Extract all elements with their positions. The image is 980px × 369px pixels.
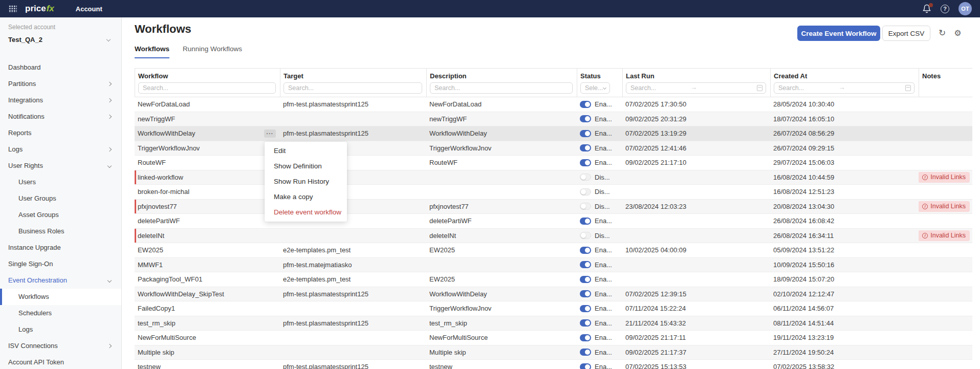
filter-last-run[interactable]	[626, 82, 766, 94]
menu-item-show-run-history[interactable]: Show Run History	[265, 174, 347, 189]
filter-created-at[interactable]	[774, 82, 914, 94]
sidebar-item-event-orchestration[interactable]: Event Orchestration	[0, 272, 121, 289]
table-row[interactable]: linked-workflowDis...16/08/2024 10:44:59…	[135, 170, 972, 185]
calendar-icon[interactable]	[757, 85, 763, 91]
sidebar-item-account-api-token[interactable]: Account API Token	[0, 354, 121, 369]
table-row[interactable]: deletePartiWFdeletePartiWFEna...26/08/20…	[135, 214, 972, 229]
sidebar-item-label: Single Sign-On	[8, 260, 53, 268]
sidebar-item-logs[interactable]: Logs	[0, 141, 121, 158]
sidebar-item-users[interactable]: Users	[0, 174, 121, 190]
tab-running-workflows[interactable]: Running Workflows	[183, 45, 242, 58]
calendar-icon[interactable]	[905, 85, 911, 91]
table-row[interactable]: EW2025e2e-templates.pm_testEW2025Ena...1…	[135, 243, 972, 258]
sidebar-item-isv-connections[interactable]: ISV Connections	[0, 338, 121, 354]
status-toggle[interactable]	[580, 290, 591, 297]
sidebar-item-schedulers[interactable]: Schedulers	[0, 305, 121, 321]
table-row[interactable]: test_rm_skippfm-test.plasmatestsprint125…	[135, 316, 972, 331]
column-label: Description	[430, 72, 573, 80]
sidebar-item-instance-upgrade[interactable]: Instance Upgrade	[0, 240, 121, 256]
menu-item-edit[interactable]: Edit	[265, 143, 347, 159]
cell-last-run	[622, 272, 770, 287]
status-toggle[interactable]	[580, 261, 591, 268]
topbar-account-menu[interactable]: Account	[76, 5, 102, 13]
menu-item-show-definition[interactable]: Show Definition	[265, 159, 347, 174]
status-toggle[interactable]	[580, 247, 591, 254]
sidebar-item-integrations[interactable]: Integrations	[0, 92, 121, 108]
sidebar-item-dashboard[interactable]: Dashboard	[0, 59, 121, 76]
settings-gear-icon[interactable]	[954, 26, 961, 41]
menu-item-delete-event-workflow[interactable]: Delete event workflow	[265, 205, 347, 220]
table-row[interactable]: pfxjnovtest77pfxjnovtest77Dis...23/08/20…	[135, 200, 972, 214]
status-toggle[interactable]	[580, 130, 591, 137]
menu-item-make-a-copy[interactable]: Make a copy	[265, 189, 347, 205]
notifications-bell-icon[interactable]	[922, 4, 931, 13]
table-row[interactable]: WorkflowWithDelaypfm-test.plasmatestspri…	[135, 126, 972, 141]
row-actions-more-button[interactable]	[264, 129, 276, 138]
sidebar-item-single-sign-on[interactable]: Single Sign-On	[0, 256, 121, 272]
create-event-workflow-button[interactable]: Create Event Workflow	[797, 26, 880, 41]
sidebar-item-label: Notifications	[8, 113, 45, 120]
sidebar-item-asset-groups[interactable]: Asset Groups	[0, 207, 121, 223]
status-toggle[interactable]	[580, 203, 591, 210]
status-toggle[interactable]	[580, 276, 591, 283]
cell-workflow: test_rm_skip	[135, 316, 280, 331]
sidebar-item-notifications[interactable]: Notifications	[0, 108, 121, 125]
status-toggle[interactable]	[580, 101, 591, 108]
table-row[interactable]: WorkflowWithDelay_SkipTestpfm-test.plasm…	[135, 287, 972, 302]
status-toggle[interactable]	[580, 173, 591, 181]
table-row[interactable]: TriggerWorkflowJnovTriggerWorkflowJnovEn…	[135, 141, 972, 156]
table-row[interactable]: FailedCopy1TriggerWorkflowJnovEna...07/1…	[135, 301, 972, 316]
table-row[interactable]: broken-for-michalDis...16/08/2024 12:51:…	[135, 185, 972, 200]
sidebar-item-reports[interactable]: Reports	[0, 125, 121, 141]
filter-status[interactable]: Sele...	[580, 82, 610, 94]
cell-status: Ena...	[577, 97, 622, 112]
status-toggle[interactable]	[580, 218, 591, 225]
table-row[interactable]: newTriggWFnewTriggWFEna...09/02/2025 20:…	[135, 112, 972, 127]
app-grid-icon[interactable]	[8, 5, 17, 13]
cell-target: pfm-test.plasmatestsprint125	[280, 360, 426, 369]
filter-workflow[interactable]	[138, 82, 276, 94]
table-row[interactable]: PackagingTool_WF01e2e-templates.pm_testE…	[135, 272, 972, 287]
help-icon[interactable]	[941, 5, 949, 13]
table-row[interactable]: deleteINtdeleteINtDis...26/08/2024 16:34…	[135, 229, 972, 244]
status-toggle[interactable]	[580, 188, 591, 196]
cell-notes	[919, 97, 972, 112]
pricefx-logo[interactable]: pricefx	[25, 4, 54, 14]
status-toggle[interactable]	[580, 232, 591, 239]
status-toggle[interactable]	[580, 144, 591, 151]
cell-status: Ena...	[577, 126, 622, 141]
status-toggle[interactable]	[580, 363, 591, 369]
table-row[interactable]: Multiple skipMultiple skipEna...09/02/20…	[135, 345, 972, 360]
status-toggle[interactable]	[580, 159, 591, 166]
cell-status: Ena...	[577, 112, 622, 126]
account-selector[interactable]: Test_QA_2	[8, 35, 113, 44]
status-toggle[interactable]	[580, 305, 591, 312]
user-avatar[interactable]: OT	[959, 2, 972, 15]
status-toggle[interactable]	[580, 319, 591, 327]
filter-target[interactable]	[284, 82, 422, 94]
table-row[interactable]: NewForDataLoadpfm-test.plasmatestsprint1…	[135, 97, 972, 112]
table-row[interactable]: testnewpfm-test.plasmatestsprint125testn…	[135, 360, 972, 369]
sidebar-item-user-rights[interactable]: User Rights	[0, 158, 121, 174]
sidebar-item-business-roles[interactable]: Business Roles	[0, 223, 121, 240]
status-toggle[interactable]	[580, 115, 591, 122]
column-header-target: Target	[280, 69, 427, 97]
sidebar-item-partitions[interactable]: Partitions	[0, 76, 121, 92]
export-csv-button[interactable]: Export CSV	[882, 26, 930, 41]
table-row[interactable]: RouteWFRouteWFEna...09/02/2025 21:17:102…	[135, 156, 972, 170]
sidebar-item-logs[interactable]: Logs	[0, 321, 121, 338]
status-label: Ena...	[595, 261, 612, 269]
cell-created-at: 16/08/2024 10:44:59	[770, 170, 919, 185]
sidebar-item-workflows[interactable]: Workflows	[0, 289, 121, 305]
cell-status: Ena...	[577, 345, 622, 360]
status-toggle[interactable]	[580, 334, 591, 341]
refresh-icon[interactable]	[939, 26, 946, 41]
cell-created-at: 29/07/2024 15:06:03	[770, 156, 919, 170]
table-row[interactable]: NewForMultiSourceNewForMultiSourceEna...…	[135, 331, 972, 345]
sidebar-item-user-groups[interactable]: User Groups	[0, 190, 121, 207]
cell-notes	[919, 272, 972, 287]
table-row[interactable]: MMWF1pfm-test.matejmatiaskoEna...10/09/2…	[135, 258, 972, 273]
tab-workflows[interactable]: Workflows	[135, 45, 169, 58]
filter-description[interactable]	[430, 82, 573, 94]
status-toggle[interactable]	[580, 349, 591, 356]
